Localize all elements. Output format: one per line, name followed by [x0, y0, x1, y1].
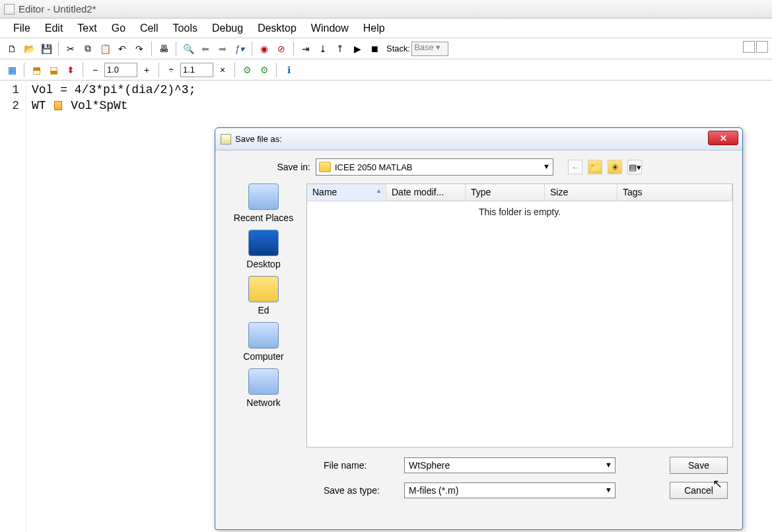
col-tags[interactable]: Tags — [617, 184, 732, 201]
chevron-down-icon: ▼ — [543, 162, 550, 170]
fx-icon[interactable]: ƒ▾ — [232, 41, 248, 57]
line-num: 2 — [0, 98, 26, 114]
new-folder-icon[interactable]: ✳ — [608, 160, 622, 174]
editor-title: Editor - Untitled2* — [18, 3, 96, 15]
minus-icon[interactable]: − — [87, 62, 103, 78]
savetype-label: Save as type: — [324, 485, 396, 496]
chevron-down-icon: ▼ — [605, 486, 612, 494]
new-file-icon[interactable]: 🗋 — [4, 41, 20, 57]
menu-go[interactable]: Go — [105, 20, 132, 36]
info-icon[interactable]: ℹ — [281, 62, 297, 78]
eval-cell-icon[interactable]: ⬍ — [63, 62, 79, 78]
forward-icon[interactable]: ➡ — [215, 41, 230, 57]
divide-icon[interactable]: ÷ — [163, 62, 179, 78]
col-type[interactable]: Type — [466, 184, 545, 201]
menu-debug[interactable]: Debug — [205, 20, 250, 36]
publish-settings-icon[interactable]: ⚙ — [256, 62, 272, 78]
toolbar-primary: 🗋 📂 💾 ✂ ⧉ 📋 ↶ ↷ 🖶 🔍 ⬅ ➡ ƒ▾ ◉ ⊘ ⇥ ⤓ ⤒ ▶ ⏹… — [0, 38, 772, 59]
cancel-button[interactable]: Cancel — [670, 482, 728, 499]
open-file-icon[interactable]: 📂 — [21, 41, 37, 57]
place-ed[interactable]: Ed — [225, 276, 302, 316]
step-icon[interactable]: ⇥ — [298, 41, 314, 57]
save-icon[interactable]: 💾 — [38, 41, 54, 57]
decrement-value-input[interactable] — [104, 63, 137, 77]
toolbar-cell: ▦ ⬒ ⬓ ⬍ − + ÷ × ⚙ ⚙ ℹ — [0, 59, 772, 81]
col-name[interactable]: Name — [307, 184, 386, 201]
line-num: 1 — [0, 82, 26, 98]
stop-icon[interactable]: ⏹ — [367, 41, 382, 57]
redo-icon[interactable]: ↷ — [131, 41, 147, 57]
view-menu-icon[interactable]: ▤▾ — [627, 160, 642, 174]
cut-icon[interactable]: ✂ — [63, 41, 79, 57]
line-gutter: 1 2 — [0, 81, 26, 532]
save-in-dropdown[interactable]: ICEE 2050 MATLAB ▼ — [316, 158, 553, 176]
breakpoint-clear-icon[interactable]: ⊘ — [273, 41, 289, 57]
file-list-header: Name Date modif... Type Size Tags — [307, 184, 732, 201]
menubar: File Edit Text Go Cell Tools Debug Deskt… — [0, 18, 772, 38]
print-icon[interactable]: 🖶 — [156, 41, 172, 57]
paste-icon[interactable]: 📋 — [97, 41, 113, 57]
menu-file[interactable]: File — [7, 20, 37, 36]
publish-icon[interactable]: ⚙ — [239, 62, 255, 78]
stack-select[interactable]: Base ▾ — [411, 42, 448, 56]
dialog-icon — [221, 134, 231, 145]
menu-text[interactable]: Text — [71, 20, 103, 36]
empty-folder-text: This folder is empty. — [307, 201, 732, 447]
times-icon[interactable]: × — [215, 62, 230, 78]
editor-titlebar: Editor - Untitled2* — [0, 0, 772, 18]
save-in-value: ICEE 2050 MATLAB — [335, 162, 413, 172]
split-icon[interactable] — [756, 41, 768, 53]
menu-edit[interactable]: Edit — [38, 20, 70, 36]
save-dialog: Save file as: ✕ Save in: ICEE 2050 MATLA… — [215, 127, 743, 530]
menu-desktop[interactable]: Desktop — [251, 20, 303, 36]
step-out-icon[interactable]: ⤒ — [332, 41, 348, 57]
chevron-down-icon: ▼ — [605, 461, 612, 469]
place-network[interactable]: Network — [225, 368, 302, 408]
dialog-title: Save file as: — [235, 134, 282, 144]
back-nav-icon[interactable]: ← — [568, 160, 582, 174]
file-list[interactable]: Name Date modif... Type Size Tags This f… — [306, 183, 733, 448]
step-in-icon[interactable]: ⤓ — [315, 41, 331, 57]
save-in-label: Save in: — [271, 162, 310, 172]
breakpoint-set-icon[interactable]: ◉ — [256, 41, 272, 57]
col-date[interactable]: Date modif... — [386, 184, 466, 201]
up-folder-icon[interactable]: 📁 — [588, 160, 602, 174]
stack-label: Stack: — [386, 44, 410, 53]
find-icon[interactable]: 🔍 — [180, 41, 196, 57]
app-icon — [4, 4, 15, 15]
place-desktop[interactable]: Desktop — [225, 230, 302, 269]
warning-mark-icon[interactable] — [54, 101, 62, 110]
filename-input[interactable]: WtSphere▼ — [404, 457, 615, 473]
menu-help[interactable]: Help — [357, 20, 392, 36]
places-sidebar: Recent Places Desktop Ed Computer Networ… — [225, 183, 302, 448]
filename-label: File name: — [324, 460, 396, 471]
close-button[interactable]: ✕ — [708, 131, 738, 145]
dialog-titlebar: Save file as: ✕ — [215, 128, 742, 150]
cell-mode-icon[interactable]: ▦ — [4, 62, 20, 78]
layout-controls — [743, 41, 768, 53]
insert-cell-below-icon[interactable]: ⬓ — [46, 62, 61, 78]
place-computer[interactable]: Computer — [225, 322, 302, 362]
folder-icon — [319, 162, 331, 172]
col-size[interactable]: Size — [545, 184, 617, 201]
undo-icon[interactable]: ↶ — [114, 41, 130, 57]
back-icon[interactable]: ⬅ — [197, 41, 213, 57]
menu-cell[interactable]: Cell — [133, 20, 165, 36]
place-recent[interactable]: Recent Places — [225, 183, 302, 223]
insert-cell-above-icon[interactable]: ⬒ — [28, 62, 44, 78]
savetype-dropdown[interactable]: M-files (*.m)▼ — [404, 482, 615, 498]
save-button[interactable]: Save — [670, 457, 728, 474]
plus-icon[interactable]: + — [139, 62, 155, 78]
continue-icon[interactable]: ▶ — [349, 41, 365, 57]
multiply-value-input[interactable] — [180, 63, 213, 77]
menu-tools[interactable]: Tools — [166, 20, 204, 36]
copy-icon[interactable]: ⧉ — [80, 41, 96, 57]
tile-icon[interactable] — [743, 41, 755, 53]
menu-window[interactable]: Window — [304, 20, 355, 36]
